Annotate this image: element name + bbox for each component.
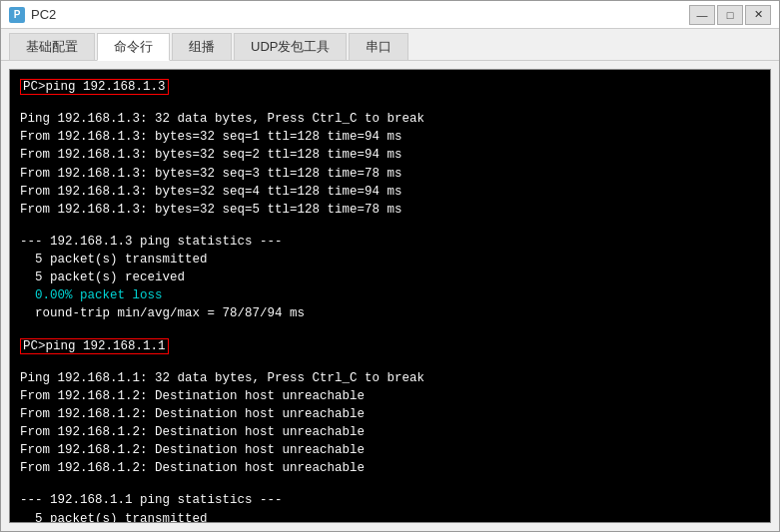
- line-21: 5 packet(s) transmitted: [20, 510, 760, 524]
- content-area: PC>ping 192.168.1.3 Ping 192.168.1.3: 32…: [1, 61, 779, 531]
- line-1: PC>ping 192.168.1.3: [20, 78, 760, 96]
- tab-udp-tool[interactable]: UDP发包工具: [234, 33, 347, 60]
- line-19: From 192.168.1.2: Destination host unrea…: [20, 459, 760, 477]
- line-3: From 192.168.1.3: bytes=32 seq=1 ttl=128…: [20, 128, 760, 146]
- line-17: From 192.168.1.2: Destination host unrea…: [20, 423, 760, 441]
- line-14: Ping 192.168.1.1: 32 data bytes, Press C…: [20, 369, 760, 387]
- title-bar: P PC2 — □ ✕: [1, 1, 779, 29]
- tab-basic-config[interactable]: 基础配置: [9, 33, 95, 60]
- line-16: From 192.168.1.2: Destination host unrea…: [20, 405, 760, 423]
- tab-serial[interactable]: 串口: [349, 33, 408, 60]
- line-20: --- 192.168.1.1 ping statistics ---: [20, 491, 760, 509]
- cmd-input-1: PC>ping 192.168.1.3: [20, 79, 169, 95]
- tab-command-line[interactable]: 命令行: [97, 33, 170, 61]
- line-11: 0.00% packet loss: [20, 286, 760, 304]
- terminal-output[interactable]: PC>ping 192.168.1.3 Ping 192.168.1.3: 32…: [9, 69, 771, 523]
- blank-5: [20, 477, 760, 491]
- line-8: --- 192.168.1.3 ping statistics ---: [20, 233, 760, 251]
- title-bar-left: P PC2: [9, 7, 56, 23]
- close-button[interactable]: ✕: [745, 5, 771, 25]
- line-7: From 192.168.1.3: bytes=32 seq=5 ttl=128…: [20, 201, 760, 219]
- line-5: From 192.168.1.3: bytes=32 seq=3 ttl=128…: [20, 165, 760, 183]
- main-window: P PC2 — □ ✕ 基础配置 命令行 组播 UDP发包工具 串口 PC>pi…: [0, 0, 780, 532]
- line-15: From 192.168.1.2: Destination host unrea…: [20, 387, 760, 405]
- line-4: From 192.168.1.3: bytes=32 seq=2 ttl=128…: [20, 146, 760, 164]
- line-9: 5 packet(s) transmitted: [20, 251, 760, 268]
- window-controls: — □ ✕: [689, 5, 771, 25]
- line-18: From 192.168.1.2: Destination host unrea…: [20, 441, 760, 459]
- blank-2: [20, 219, 760, 233]
- tab-bar: 基础配置 命令行 组播 UDP发包工具 串口: [1, 29, 779, 61]
- line-2: Ping 192.168.1.3: 32 data bytes, Press C…: [20, 110, 760, 128]
- blank-1: [20, 96, 760, 110]
- cmd-input-2: PC>ping 192.168.1.1: [20, 338, 169, 354]
- blank-4: [20, 355, 760, 369]
- tab-multicast[interactable]: 组播: [172, 33, 232, 60]
- maximize-button[interactable]: □: [717, 5, 743, 25]
- line-13: PC>ping 192.168.1.1: [20, 337, 760, 355]
- app-icon: P: [9, 7, 25, 23]
- line-12: round-trip min/avg/max = 78/87/94 ms: [20, 304, 760, 322]
- window-title: PC2: [31, 7, 56, 22]
- minimize-button[interactable]: —: [689, 5, 715, 25]
- line-10: 5 packet(s) received: [20, 268, 760, 286]
- line-6: From 192.168.1.3: bytes=32 seq=4 ttl=128…: [20, 183, 760, 201]
- blank-3: [20, 323, 760, 337]
